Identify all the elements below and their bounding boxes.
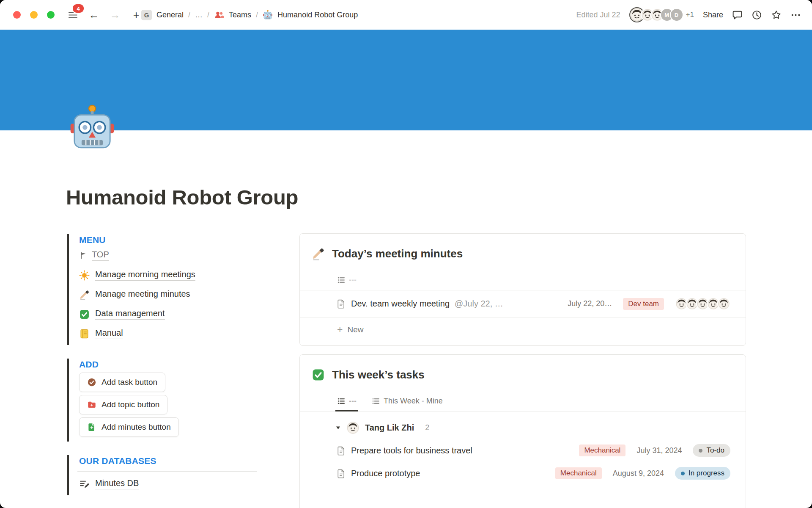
top-link[interactable]: TOP <box>79 248 109 265</box>
task-check-icon <box>87 378 96 387</box>
breadcrumb-page[interactable]: Humanoid Robot Group <box>277 11 358 19</box>
meeting-row[interactable]: Dev. team weekly meeting @July 22, … Jul… <box>300 290 746 317</box>
add-task-button[interactable]: Add task button <box>79 373 165 392</box>
new-label: New <box>347 325 363 334</box>
breadcrumb-collapsed[interactable]: … <box>195 11 203 19</box>
topbar-actions: Edited Jul 22 M D +1 Share <box>576 0 801 30</box>
group-name: Tang Lik Zhi <box>365 423 414 433</box>
add-minutes-button[interactable]: Add minutes button <box>79 417 179 437</box>
list-view-icon <box>372 397 380 405</box>
view-tab-this-week-mine[interactable]: This Week - Mine <box>370 393 444 411</box>
robot-icon <box>263 10 273 20</box>
page-cover <box>0 30 812 130</box>
group-count: 2 <box>425 423 429 432</box>
menu-heading: MENU <box>79 235 270 245</box>
menu-item-label: Manual <box>95 328 123 339</box>
presence-avatars: M D +1 <box>629 7 694 22</box>
menu-item-manage-morning-meetings[interactable]: Manage morning meetings <box>79 265 195 285</box>
add-topic-button[interactable]: Add topic button <box>79 395 167 414</box>
team-tag: Dev team <box>623 298 664 310</box>
tasks-card-header: This week’s tasks <box>300 355 746 393</box>
edited-timestamp: Edited Jul 22 <box>576 11 620 19</box>
add-topic-button-label: Add topic button <box>102 400 159 409</box>
add-section: ADD Add task button Add topic button Add… <box>67 359 270 442</box>
more-options-icon[interactable] <box>790 10 801 20</box>
task-properties: Mechanical July 31, 2024 To-do <box>579 444 730 457</box>
task-row[interactable]: Prepare tools for business travel Mechan… <box>300 439 746 462</box>
breadcrumb-separator: / <box>188 11 190 19</box>
view-tab-dashes[interactable]: --- <box>335 272 358 290</box>
writing-hand-icon <box>312 247 325 260</box>
comments-icon[interactable] <box>732 10 743 20</box>
task-title: Prepare tools for business travel <box>351 446 472 456</box>
forward-button[interactable]: → <box>109 9 121 21</box>
category-tag: Mechanical <box>579 444 625 456</box>
sun-icon <box>79 270 90 281</box>
list-view-icon <box>337 397 345 405</box>
status-label: To-do <box>706 446 724 455</box>
share-button[interactable]: Share <box>703 11 723 19</box>
breadcrumb: G General / … / Teams / Humanoid Robot G… <box>141 0 358 30</box>
collapse-triangle-icon[interactable] <box>335 425 341 431</box>
face-icon <box>347 422 359 434</box>
meeting-properties: July 22, 20… Dev team <box>568 297 730 310</box>
status-badge: In progress <box>675 467 730 480</box>
attendee-avatars <box>675 297 730 310</box>
view-tab-label: --- <box>349 397 357 406</box>
add-minutes-button-label: Add minutes button <box>102 422 171 432</box>
list-view-icon <box>337 276 345 284</box>
breadcrumb-workspace[interactable]: General <box>156 11 184 19</box>
task-properties: Mechanical August 9, 2024 In progress <box>555 467 730 480</box>
favorite-star-icon[interactable] <box>771 10 782 20</box>
meeting-title: Dev. team weekly meeting <box>351 299 450 309</box>
nav-controls: 4 ← → + <box>67 0 142 30</box>
history-clock-icon[interactable] <box>752 10 762 20</box>
tasks-card-title: This week’s tasks <box>332 368 425 381</box>
menu-item-manual[interactable]: Manual <box>79 324 123 343</box>
page-title[interactable]: Humanoid Robot Group <box>66 185 298 209</box>
new-tab-button[interactable]: + <box>130 9 142 21</box>
breadcrumb-separator: / <box>256 11 258 19</box>
menu-item-label: Minutes DB <box>95 478 139 489</box>
back-button[interactable]: ← <box>88 9 100 21</box>
add-heading: ADD <box>79 359 270 370</box>
breadcrumb-separator: / <box>207 11 209 19</box>
minutes-card-title: Today’s meeting minutes <box>332 247 463 260</box>
status-dot-icon <box>681 472 685 475</box>
zoom-button[interactable] <box>47 11 55 19</box>
tasks-view-tabs: --- This Week - Mine <box>300 393 746 411</box>
menu-item-data-management[interactable]: Data management <box>79 304 165 324</box>
task-title: Produce prototype <box>351 469 420 478</box>
menu-item-manage-meeting-minutes[interactable]: Manage meeting minutes <box>79 285 190 304</box>
close-button[interactable] <box>13 11 21 19</box>
breadcrumb-teams[interactable]: Teams <box>229 11 251 19</box>
menu-item-minutes-db[interactable]: Minutes DB <box>79 474 139 494</box>
sidebar-toggle-button[interactable]: 4 <box>67 9 79 21</box>
avatar-initial-d: D <box>670 8 683 22</box>
task-row-main: Produce prototype <box>336 469 555 478</box>
check-mark-icon <box>79 309 90 320</box>
minimize-button[interactable] <box>30 11 38 19</box>
new-meeting-row[interactable]: + New <box>300 317 746 345</box>
status-badge: To-do <box>693 444 730 457</box>
flag-icon <box>79 251 88 260</box>
due-date: August 9, 2024 <box>613 469 664 478</box>
minutes-db-icon <box>79 479 90 489</box>
page-doc-icon <box>336 446 346 456</box>
view-tab-dashes[interactable]: --- <box>335 393 358 411</box>
page-doc-icon <box>336 469 346 478</box>
menu-item-label: Manage morning meetings <box>95 270 195 281</box>
add-task-button-label: Add task button <box>102 378 157 387</box>
workspace-badge[interactable]: G <box>141 10 152 20</box>
menu-item-label: Data management <box>95 309 165 320</box>
title-bar: 4 ← → + G General / … / Teams / Humanoid… <box>0 0 812 30</box>
right-column: Today’s meeting minutes --- Dev. team we… <box>299 233 746 508</box>
page-doc-icon <box>336 299 346 309</box>
task-row[interactable]: Produce prototype Mechanical August 9, 2… <box>300 462 746 485</box>
page-robot-icon[interactable] <box>68 103 116 152</box>
plus-icon: + <box>337 325 343 334</box>
minutes-view-tabs: --- <box>300 272 746 290</box>
top-link-label: TOP <box>92 250 109 261</box>
menu-section: MENU TOP Manage morning meetings Manage … <box>67 234 270 345</box>
minutes-card: Today’s meeting minutes --- Dev. team we… <box>299 233 746 346</box>
